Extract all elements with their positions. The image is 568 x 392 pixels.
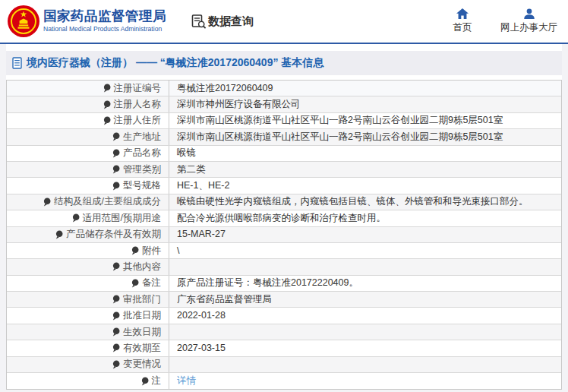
nav-service-hall-label: 网上办事大厅 xyxy=(500,21,557,34)
row-label-text: 适用范围/预期用途 xyxy=(83,213,161,224)
table-row: 产品名称 喉镜 xyxy=(7,146,561,162)
nav-data-query[interactable]: 数据查询 xyxy=(191,14,254,30)
note-balloon-icon xyxy=(112,327,120,337)
row-value-text: 深圳市南山区桃源街道平山社区平山一路2号南山云谷创业园二期9栋5层501室 xyxy=(177,131,503,143)
nav-service-hall[interactable]: 网上办事大厅 xyxy=(500,8,557,34)
note-balloon-icon xyxy=(112,360,120,369)
row-label: 批准日期 xyxy=(7,308,169,323)
note-balloon-icon xyxy=(55,230,63,239)
row-label-text: 结构及组成/主要组成成分 xyxy=(54,196,161,207)
table-row: 其他内容 xyxy=(7,259,561,275)
document-search-icon xyxy=(191,14,207,30)
row-value: 2027-03-15 xyxy=(169,340,561,356)
table-row: 生产地址 深圳市南山区桃源街道平山社区平山一路2号南山云谷创业园二期9栋5层50… xyxy=(7,129,561,145)
table-row: 批准日期 2022-01-28 xyxy=(7,308,561,324)
row-label-text: 管理类别 xyxy=(123,164,161,175)
row-value: 广东省药品监督管理局 xyxy=(169,292,561,307)
table-row: 型号规格 HE-1、HE-2 xyxy=(7,178,561,194)
row-label-text: 附件 xyxy=(142,245,161,257)
row-label: 注册证编号 xyxy=(7,81,169,96)
row-label: 结构及组成/主要组成成分 xyxy=(7,194,169,210)
table-row: 结构及组成/主要组成成分 喉镜由硬性光学内窥镜组成，内窥镜包括目镜、镜体、外镜管… xyxy=(7,194,561,210)
row-label-text: 备注 xyxy=(142,277,161,289)
note-balloon-icon xyxy=(72,213,80,223)
row-value: 配合冷光源供咽喉部病变的诊断和治疗检查时用。 xyxy=(169,210,561,226)
row-value-text: 深圳市神州医疗设备有限公司 xyxy=(177,99,301,110)
row-value xyxy=(169,357,561,372)
registration-table: 注册证编号 粤械注准20172060409 注册人名称 深圳市神州医疗设备有限公… xyxy=(6,80,562,390)
brand: 国家药品监督管理局 National Medical Products Admi… xyxy=(8,5,166,37)
home-icon xyxy=(456,8,469,20)
row-label: 生产地址 xyxy=(7,129,169,144)
row-value: HE-1、HE-2 xyxy=(169,178,561,193)
row-value-text: 配合冷光源供咽喉部病变的诊断和治疗检查时用。 xyxy=(177,213,386,224)
row-label: 适用范围/预期用途 xyxy=(7,210,169,226)
note-balloon-icon xyxy=(103,84,111,93)
note-balloon-icon xyxy=(112,132,120,141)
row-value-text: 喉镜 xyxy=(177,147,196,159)
row-value: 详情 xyxy=(169,373,561,389)
note-balloon-icon xyxy=(112,343,120,352)
row-label-text: 注册人住所 xyxy=(114,115,162,126)
details-link[interactable]: 详情 xyxy=(177,375,196,387)
table-row: 注 详情 xyxy=(7,373,561,389)
row-label: 管理类别 xyxy=(7,162,169,177)
row-label-text: 生产地址 xyxy=(123,131,161,143)
row-label-text: 有效期至 xyxy=(123,343,161,354)
table-row: 附件 \ xyxy=(7,243,561,259)
note-balloon-icon xyxy=(112,182,120,191)
row-label-text: 变更情况 xyxy=(123,359,161,370)
table-row: 审批部门 广东省药品监督管理局 xyxy=(7,292,561,308)
note-balloon-icon xyxy=(112,262,120,271)
row-value-text: 第二类 xyxy=(177,164,206,175)
row-value-text: 深圳市南山区桃源街道平山社区平山一路2号南山云谷创业园二期9栋5层501室 xyxy=(177,115,503,126)
row-label: 注册人名称 xyxy=(7,96,169,112)
row-label: 其他内容 xyxy=(7,259,169,274)
table-row: 有效期至 2027-03-15 xyxy=(7,340,561,356)
row-value: 第二类 xyxy=(169,162,561,177)
table-row: 注册人名称 深圳市神州医疗设备有限公司 xyxy=(7,96,561,112)
row-value: 喉镜 xyxy=(169,146,561,161)
document-icon xyxy=(12,57,22,69)
user-icon xyxy=(523,8,535,20)
row-label-text: 其他内容 xyxy=(123,261,161,273)
row-label-text: 注 xyxy=(152,375,162,387)
org-name-zh: 国家药品监督管理局 xyxy=(43,10,166,24)
row-value-text: 原产品注册证号：粤械注准20172220409。 xyxy=(177,277,358,289)
row-value: 15-MAR-27 xyxy=(169,227,561,242)
note-balloon-icon xyxy=(103,116,111,125)
row-label: 附件 xyxy=(7,243,169,258)
note-balloon-icon xyxy=(141,377,149,386)
row-value: 原产品注册证号：粤械注准20172220409。 xyxy=(169,276,561,291)
nav-home-label: 首页 xyxy=(453,21,472,34)
table-row: 注册人住所 深圳市南山区桃源街道平山社区平山一路2号南山云谷创业园二期9栋5层5… xyxy=(7,113,561,129)
row-label-text: 型号规格 xyxy=(123,180,161,191)
row-label: 有效期至 xyxy=(7,340,169,356)
note-balloon-icon xyxy=(103,100,111,109)
top-nav: 首页 网上办事大厅 xyxy=(447,8,557,34)
note-balloon-icon xyxy=(112,311,120,321)
row-label-text: 产品储存条件及有效期 xyxy=(66,229,161,240)
site-header: 国家药品监督管理局 National Medical Products Admi… xyxy=(0,0,568,44)
row-value: 喉镜由硬性光学内窥镜组成，内窥镜包括目镜、镜体、外镜管和和导光束接口部分。 xyxy=(169,194,561,210)
content-area: 境内医疗器械（注册） —— “粤械注准20172060409” 基本信息 注册证… xyxy=(6,44,562,390)
row-label-text: 注册人名称 xyxy=(114,99,162,110)
row-value: \ xyxy=(169,243,561,258)
row-label-text: 注册证编号 xyxy=(114,83,162,94)
table-row: 适用范围/预期用途 配合冷光源供咽喉部病变的诊断和治疗检查时用。 xyxy=(7,210,561,226)
nav-data-query-label: 数据查询 xyxy=(208,14,254,29)
nav-home[interactable]: 首页 xyxy=(447,8,478,34)
page-title: 境内医疗器械（注册） —— “粤械注准20172060409” 基本信息 xyxy=(27,56,323,70)
row-label: 注 xyxy=(7,373,169,389)
table-row: 备注 原产品注册证号：粤械注准20172220409。 xyxy=(7,276,561,292)
note-balloon-icon xyxy=(131,279,139,288)
table-row: 注册证编号 粤械注准20172060409 xyxy=(7,81,561,96)
note-balloon-icon xyxy=(112,295,120,304)
row-value-text: 广东省药品监督管理局 xyxy=(177,294,272,305)
row-label-text: 产品名称 xyxy=(123,147,161,159)
row-value-text: 2022-01-28 xyxy=(177,310,226,321)
row-value-text: \ xyxy=(177,245,179,257)
row-label: 注册人住所 xyxy=(7,113,169,128)
page-title-bar: 境内医疗器械（注册） —— “粤械注准20172060409” 基本信息 xyxy=(6,51,562,75)
row-value-text: HE-1、HE-2 xyxy=(177,180,229,191)
